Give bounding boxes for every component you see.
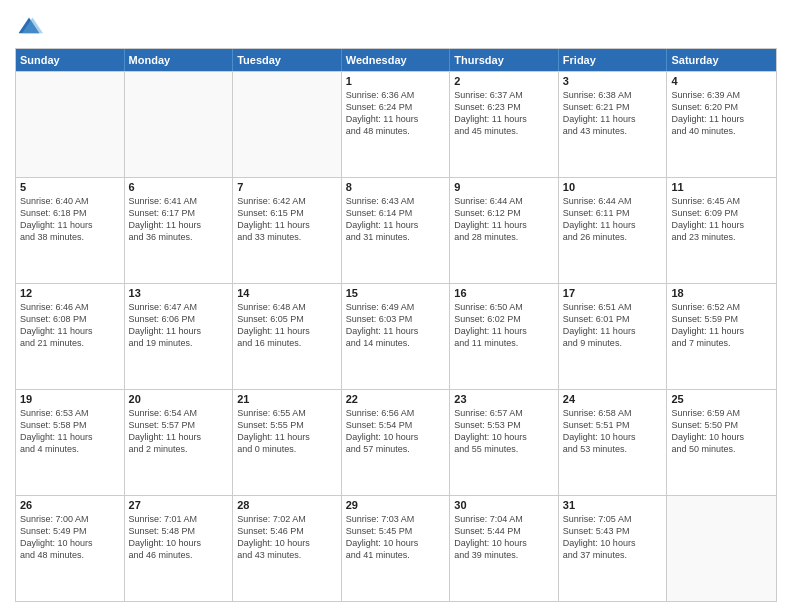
cell-info-text: Sunrise: 7:05 AM Sunset: 5:43 PM Dayligh… <box>563 513 663 562</box>
cell-date-number: 3 <box>563 75 663 87</box>
calendar-cell: 13Sunrise: 6:47 AM Sunset: 6:06 PM Dayli… <box>125 284 234 389</box>
week-row-1: 5Sunrise: 6:40 AM Sunset: 6:18 PM Daylig… <box>16 177 776 283</box>
cell-date-number: 26 <box>20 499 120 511</box>
calendar-cell: 11Sunrise: 6:45 AM Sunset: 6:09 PM Dayli… <box>667 178 776 283</box>
calendar-cell: 9Sunrise: 6:44 AM Sunset: 6:12 PM Daylig… <box>450 178 559 283</box>
logo <box>15 14 47 42</box>
logo-icon <box>15 14 43 42</box>
cell-date-number: 12 <box>20 287 120 299</box>
cell-date-number: 2 <box>454 75 554 87</box>
cell-info-text: Sunrise: 6:40 AM Sunset: 6:18 PM Dayligh… <box>20 195 120 244</box>
cell-info-text: Sunrise: 6:43 AM Sunset: 6:14 PM Dayligh… <box>346 195 446 244</box>
cell-info-text: Sunrise: 7:02 AM Sunset: 5:46 PM Dayligh… <box>237 513 337 562</box>
cell-date-number: 9 <box>454 181 554 193</box>
cell-date-number: 15 <box>346 287 446 299</box>
cell-info-text: Sunrise: 6:36 AM Sunset: 6:24 PM Dayligh… <box>346 89 446 138</box>
calendar-cell: 26Sunrise: 7:00 AM Sunset: 5:49 PM Dayli… <box>16 496 125 601</box>
cell-info-text: Sunrise: 6:44 AM Sunset: 6:12 PM Dayligh… <box>454 195 554 244</box>
cell-date-number: 10 <box>563 181 663 193</box>
cell-date-number: 19 <box>20 393 120 405</box>
calendar-cell: 7Sunrise: 6:42 AM Sunset: 6:15 PM Daylig… <box>233 178 342 283</box>
calendar-cell: 30Sunrise: 7:04 AM Sunset: 5:44 PM Dayli… <box>450 496 559 601</box>
calendar-cell: 16Sunrise: 6:50 AM Sunset: 6:02 PM Dayli… <box>450 284 559 389</box>
calendar-cell: 28Sunrise: 7:02 AM Sunset: 5:46 PM Dayli… <box>233 496 342 601</box>
cell-info-text: Sunrise: 6:42 AM Sunset: 6:15 PM Dayligh… <box>237 195 337 244</box>
cell-info-text: Sunrise: 6:47 AM Sunset: 6:06 PM Dayligh… <box>129 301 229 350</box>
cell-info-text: Sunrise: 6:59 AM Sunset: 5:50 PM Dayligh… <box>671 407 772 456</box>
calendar-cell: 1Sunrise: 6:36 AM Sunset: 6:24 PM Daylig… <box>342 72 451 177</box>
week-row-0: 1Sunrise: 6:36 AM Sunset: 6:24 PM Daylig… <box>16 71 776 177</box>
cell-date-number: 21 <box>237 393 337 405</box>
cell-date-number: 7 <box>237 181 337 193</box>
cell-info-text: Sunrise: 6:48 AM Sunset: 6:05 PM Dayligh… <box>237 301 337 350</box>
calendar-header: SundayMondayTuesdayWednesdayThursdayFrid… <box>16 49 776 71</box>
cell-date-number: 29 <box>346 499 446 511</box>
cell-info-text: Sunrise: 6:51 AM Sunset: 6:01 PM Dayligh… <box>563 301 663 350</box>
cell-info-text: Sunrise: 7:01 AM Sunset: 5:48 PM Dayligh… <box>129 513 229 562</box>
cell-date-number: 13 <box>129 287 229 299</box>
calendar-cell: 4Sunrise: 6:39 AM Sunset: 6:20 PM Daylig… <box>667 72 776 177</box>
calendar-cell: 5Sunrise: 6:40 AM Sunset: 6:18 PM Daylig… <box>16 178 125 283</box>
calendar-cell: 25Sunrise: 6:59 AM Sunset: 5:50 PM Dayli… <box>667 390 776 495</box>
calendar-cell: 21Sunrise: 6:55 AM Sunset: 5:55 PM Dayli… <box>233 390 342 495</box>
cell-info-text: Sunrise: 7:04 AM Sunset: 5:44 PM Dayligh… <box>454 513 554 562</box>
day-header-tuesday: Tuesday <box>233 49 342 71</box>
calendar-cell: 29Sunrise: 7:03 AM Sunset: 5:45 PM Dayli… <box>342 496 451 601</box>
week-row-4: 26Sunrise: 7:00 AM Sunset: 5:49 PM Dayli… <box>16 495 776 601</box>
cell-date-number: 14 <box>237 287 337 299</box>
cell-info-text: Sunrise: 6:55 AM Sunset: 5:55 PM Dayligh… <box>237 407 337 456</box>
cell-info-text: Sunrise: 7:03 AM Sunset: 5:45 PM Dayligh… <box>346 513 446 562</box>
day-header-monday: Monday <box>125 49 234 71</box>
day-header-wednesday: Wednesday <box>342 49 451 71</box>
cell-date-number: 31 <box>563 499 663 511</box>
cell-date-number: 28 <box>237 499 337 511</box>
page: SundayMondayTuesdayWednesdayThursdayFrid… <box>0 0 792 612</box>
calendar-cell: 2Sunrise: 6:37 AM Sunset: 6:23 PM Daylig… <box>450 72 559 177</box>
cell-date-number: 1 <box>346 75 446 87</box>
calendar-cell: 12Sunrise: 6:46 AM Sunset: 6:08 PM Dayli… <box>16 284 125 389</box>
calendar-cell <box>233 72 342 177</box>
calendar-cell: 23Sunrise: 6:57 AM Sunset: 5:53 PM Dayli… <box>450 390 559 495</box>
cell-date-number: 6 <box>129 181 229 193</box>
cell-info-text: Sunrise: 6:46 AM Sunset: 6:08 PM Dayligh… <box>20 301 120 350</box>
calendar-cell: 15Sunrise: 6:49 AM Sunset: 6:03 PM Dayli… <box>342 284 451 389</box>
calendar: SundayMondayTuesdayWednesdayThursdayFrid… <box>15 48 777 602</box>
cell-info-text: Sunrise: 6:37 AM Sunset: 6:23 PM Dayligh… <box>454 89 554 138</box>
cell-info-text: Sunrise: 6:52 AM Sunset: 5:59 PM Dayligh… <box>671 301 772 350</box>
header <box>15 10 777 42</box>
cell-date-number: 17 <box>563 287 663 299</box>
cell-date-number: 18 <box>671 287 772 299</box>
cell-info-text: Sunrise: 6:57 AM Sunset: 5:53 PM Dayligh… <box>454 407 554 456</box>
week-row-2: 12Sunrise: 6:46 AM Sunset: 6:08 PM Dayli… <box>16 283 776 389</box>
cell-date-number: 23 <box>454 393 554 405</box>
cell-info-text: Sunrise: 6:41 AM Sunset: 6:17 PM Dayligh… <box>129 195 229 244</box>
calendar-cell: 17Sunrise: 6:51 AM Sunset: 6:01 PM Dayli… <box>559 284 668 389</box>
cell-date-number: 30 <box>454 499 554 511</box>
cell-info-text: Sunrise: 6:49 AM Sunset: 6:03 PM Dayligh… <box>346 301 446 350</box>
calendar-cell <box>667 496 776 601</box>
cell-date-number: 24 <box>563 393 663 405</box>
calendar-cell: 14Sunrise: 6:48 AM Sunset: 6:05 PM Dayli… <box>233 284 342 389</box>
cell-date-number: 16 <box>454 287 554 299</box>
calendar-cell: 22Sunrise: 6:56 AM Sunset: 5:54 PM Dayli… <box>342 390 451 495</box>
calendar-cell: 8Sunrise: 6:43 AM Sunset: 6:14 PM Daylig… <box>342 178 451 283</box>
cell-info-text: Sunrise: 6:58 AM Sunset: 5:51 PM Dayligh… <box>563 407 663 456</box>
calendar-cell <box>125 72 234 177</box>
calendar-cell: 3Sunrise: 6:38 AM Sunset: 6:21 PM Daylig… <box>559 72 668 177</box>
cell-info-text: Sunrise: 6:38 AM Sunset: 6:21 PM Dayligh… <box>563 89 663 138</box>
cell-info-text: Sunrise: 6:50 AM Sunset: 6:02 PM Dayligh… <box>454 301 554 350</box>
calendar-cell: 20Sunrise: 6:54 AM Sunset: 5:57 PM Dayli… <box>125 390 234 495</box>
day-header-friday: Friday <box>559 49 668 71</box>
cell-info-text: Sunrise: 6:56 AM Sunset: 5:54 PM Dayligh… <box>346 407 446 456</box>
calendar-body: 1Sunrise: 6:36 AM Sunset: 6:24 PM Daylig… <box>16 71 776 601</box>
day-header-saturday: Saturday <box>667 49 776 71</box>
cell-info-text: Sunrise: 6:44 AM Sunset: 6:11 PM Dayligh… <box>563 195 663 244</box>
day-header-sunday: Sunday <box>16 49 125 71</box>
cell-info-text: Sunrise: 6:54 AM Sunset: 5:57 PM Dayligh… <box>129 407 229 456</box>
cell-info-text: Sunrise: 6:45 AM Sunset: 6:09 PM Dayligh… <box>671 195 772 244</box>
cell-date-number: 25 <box>671 393 772 405</box>
calendar-cell: 6Sunrise: 6:41 AM Sunset: 6:17 PM Daylig… <box>125 178 234 283</box>
cell-info-text: Sunrise: 6:39 AM Sunset: 6:20 PM Dayligh… <box>671 89 772 138</box>
day-header-thursday: Thursday <box>450 49 559 71</box>
calendar-cell: 24Sunrise: 6:58 AM Sunset: 5:51 PM Dayli… <box>559 390 668 495</box>
